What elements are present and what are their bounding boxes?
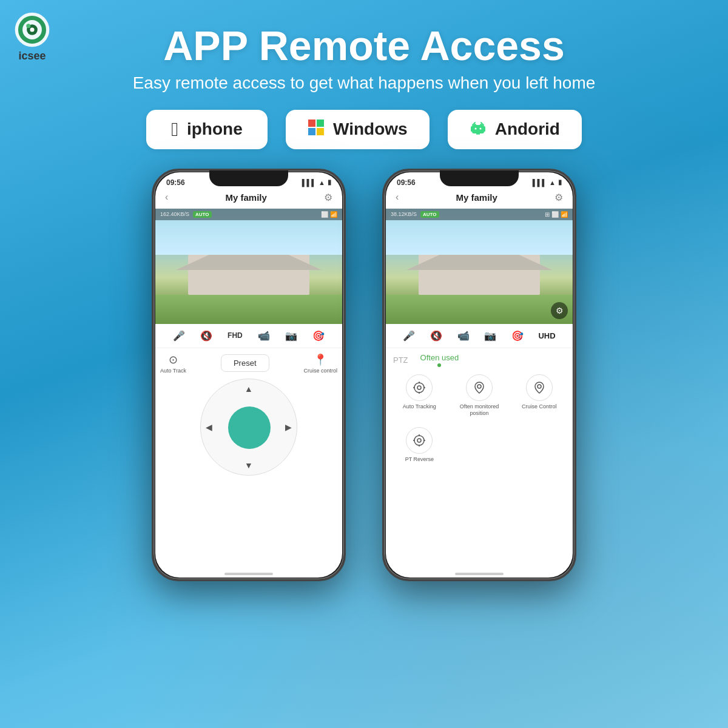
record-btn-2[interactable]: 📹 xyxy=(457,330,470,342)
cruise-control-item[interactable]: Cruise Control xyxy=(513,374,565,417)
android-label: Andorid xyxy=(495,120,560,139)
cruise-control-btn[interactable]: 📍 Cruise control xyxy=(303,353,337,374)
platform-android[interactable]: Andorid xyxy=(448,110,582,149)
platform-windows[interactable]: Windows xyxy=(286,110,430,149)
phone-2-status-icons: ▌▌▌ ▲ ▮ xyxy=(533,178,562,186)
auto-badge-2: AUTO xyxy=(420,211,439,218)
svg-rect-18 xyxy=(476,132,478,135)
preset-btn[interactable]: Preset xyxy=(221,354,269,372)
phone-2-camera-feed: 38.12KB/S AUTO ⊞ ⬜ 📶 ⚙ xyxy=(386,209,573,324)
phone-1-screen: 09:56 ▌▌▌ ▲ ▮ ‹ My family ⚙ xyxy=(155,172,342,578)
android-icon xyxy=(470,118,487,141)
arrow-right[interactable]: ▶ xyxy=(285,422,292,432)
active-tab-dot xyxy=(437,363,441,367)
svg-rect-17 xyxy=(484,126,485,132)
signal-icon-2: ▌▌▌ xyxy=(533,179,547,186)
svg-rect-5 xyxy=(308,120,315,127)
arrow-down[interactable]: ▼ xyxy=(244,460,253,470)
phone-1-controls[interactable]: 🎤 🔇 FHD 📹 📷 🎯 xyxy=(155,324,342,348)
phones-row: 09:56 ▌▌▌ ▲ ▮ ‹ My family ⚙ xyxy=(152,169,576,581)
cam-settings-overlay[interactable]: ⚙ xyxy=(551,302,568,319)
auto-tracking-icon xyxy=(406,374,433,401)
auto-track-icon: ⊙ xyxy=(169,353,178,366)
phone-2-controls[interactable]: 🎤 🔇 📹 📷 🎯 UHD xyxy=(386,324,573,348)
ptz-tab[interactable]: PTZ xyxy=(393,356,408,365)
mic-btn-2[interactable]: 🎤 xyxy=(403,330,415,342)
phone-1: 09:56 ▌▌▌ ▲ ▮ ‹ My family ⚙ xyxy=(152,169,346,581)
uhd-label: UHD xyxy=(538,331,555,340)
auto-track-btn[interactable]: ⊙ Auto Track xyxy=(160,353,186,374)
phone-1-app-header: ‹ My family ⚙ xyxy=(155,189,342,209)
phone-1-home-indicator xyxy=(224,573,273,575)
ptz-grid-row1: Auto Tracking Often monitored position xyxy=(393,374,565,417)
snapshot-btn[interactable]: 📷 xyxy=(285,330,297,342)
iphone-label: iphone xyxy=(187,120,243,139)
often-monitored-item[interactable]: Often monitored position xyxy=(453,374,506,417)
battery-icon: ▮ xyxy=(328,178,331,186)
cruise-label: Cruise control xyxy=(303,368,337,374)
phone-2-time: 09:56 xyxy=(397,178,416,187)
arrow-up[interactable]: ▲ xyxy=(244,384,253,394)
often-used-label: Often used xyxy=(420,353,459,362)
svg-point-14 xyxy=(474,127,476,129)
svg-point-20 xyxy=(414,383,424,393)
svg-rect-7 xyxy=(308,128,315,135)
phone-1-time: 09:56 xyxy=(166,178,185,187)
record-btn[interactable]: 📹 xyxy=(258,330,270,342)
header: APP Remote Access Easy remote access to … xyxy=(133,12,596,93)
auto-tracking-label: Auto Tracking xyxy=(403,403,436,411)
often-monitored-icon xyxy=(466,374,493,401)
pt-reverse-icon xyxy=(406,427,433,454)
often-used-tab[interactable]: Often used xyxy=(420,353,459,367)
mute-btn-2[interactable]: 🔇 xyxy=(430,330,442,342)
joystick-circle[interactable]: ▲ ▼ ◀ ▶ xyxy=(200,379,297,476)
main-title: APP Remote Access xyxy=(133,23,596,69)
settings-icon[interactable]: ⚙ xyxy=(324,192,332,203)
ptz-top-row: ⊙ Auto Track Preset 📍 Cruise control xyxy=(160,353,337,374)
ground-2 xyxy=(386,295,573,324)
phone-2-home-indicator xyxy=(455,573,504,575)
phone-2-app-header: ‹ My family ⚙ xyxy=(386,189,573,209)
target-btn[interactable]: 🎯 xyxy=(312,330,325,342)
svg-rect-8 xyxy=(317,128,324,135)
grid-icon: ⊞ ⬜ 📶 xyxy=(545,211,568,218)
svg-rect-6 xyxy=(317,120,324,127)
target-btn-2[interactable]: 🎯 xyxy=(511,330,524,342)
screen-icon: ⬜ 📶 xyxy=(321,211,337,218)
joystick-nub[interactable] xyxy=(228,406,271,449)
svg-point-15 xyxy=(479,127,481,129)
cruise-control-icon xyxy=(526,374,553,401)
platform-iphone[interactable]:  iphone xyxy=(146,110,268,149)
snapshot-btn-2[interactable]: 📷 xyxy=(484,330,496,342)
phone-1-ptz-panel: ⊙ Auto Track Preset 📍 Cruise control ▲ xyxy=(155,348,342,569)
ptz-grid-row2: PT Reverse xyxy=(393,427,565,463)
joystick[interactable]: ▲ ▼ ◀ ▶ xyxy=(200,379,297,476)
signal-icon: ▌▌▌ xyxy=(302,179,316,186)
settings-icon-2[interactable]: ⚙ xyxy=(554,192,563,203)
phone-1-app-title: My family xyxy=(225,192,266,203)
svg-point-29 xyxy=(417,439,421,442)
pt-reverse-item[interactable]: PT Reverse xyxy=(393,427,446,463)
phone-1-status-icons: ▌▌▌ ▲ ▮ xyxy=(302,178,331,186)
battery-icon-2: ▮ xyxy=(558,178,562,186)
pt-reverse-label: PT Reverse xyxy=(405,456,434,463)
back-icon-2[interactable]: ‹ xyxy=(396,192,399,203)
apple-icon:  xyxy=(171,118,178,141)
fhd-label[interactable]: FHD xyxy=(228,331,243,340)
auto-track-label: Auto Track xyxy=(160,368,186,374)
speed-badge-2: 38.12KB/S xyxy=(391,211,417,217)
arrow-left[interactable]: ◀ xyxy=(206,422,212,432)
auto-tracking-item[interactable]: Auto Tracking xyxy=(393,374,446,417)
svg-point-26 xyxy=(477,385,481,388)
cruise-icon: 📍 xyxy=(314,353,327,366)
windows-icon xyxy=(308,118,325,141)
phone-2-app-title: My family xyxy=(456,192,497,203)
ptz-tabs: PTZ Often used xyxy=(393,353,565,367)
phone-2: 09:56 ▌▌▌ ▲ ▮ ‹ My family ⚙ xyxy=(382,169,576,581)
back-icon[interactable]: ‹ xyxy=(165,192,168,203)
mic-btn[interactable]: 🎤 xyxy=(173,330,185,342)
cruise-control-label: Cruise Control xyxy=(522,403,557,411)
svg-point-21 xyxy=(417,386,421,389)
mute-btn[interactable]: 🔇 xyxy=(200,330,212,342)
phone-1-feed-inner xyxy=(155,209,342,324)
